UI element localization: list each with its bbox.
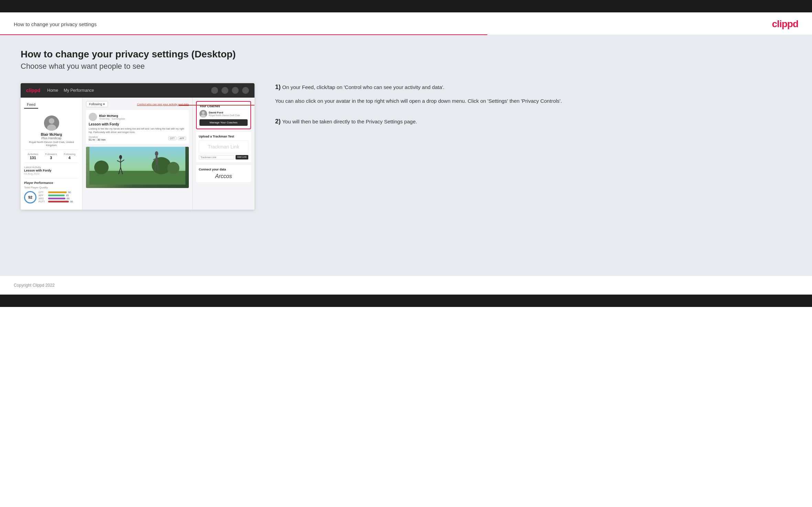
mock-following-label: Following (64, 153, 75, 156)
mock-post-avatar (89, 113, 97, 121)
mock-coach-info: David Ford Royal North Devon Golf Club (209, 111, 240, 117)
mock-bar-arg: ARG 86 (39, 197, 79, 200)
mock-nav-home: Home (47, 88, 58, 93)
mock-post-author: Blair McHarg (99, 114, 125, 118)
page-heading: How to change your privacy settings (Des… (21, 49, 791, 60)
mock-following-val: 4 (64, 156, 75, 160)
mock-bar-app-num: 85 (66, 194, 69, 197)
mock-coaches-section: Your Coaches David Ford (196, 101, 251, 129)
mock-logo-text: clippd (26, 88, 40, 93)
mock-duration-val: 01 hr : 30 min (89, 138, 106, 141)
mock-duration-block: Duration 01 hr : 30 min (89, 136, 106, 141)
mock-feed-tab: Feed (24, 101, 38, 109)
mock-duration-label: Duration (89, 136, 106, 138)
mock-bar-arg-label: ARG (39, 197, 47, 200)
mock-latest-date: 03 Aug 2022 (24, 172, 79, 175)
mock-bar-putt-num: 96 (70, 200, 73, 203)
footer-copyright: Copyright Clippd 2022 (14, 283, 55, 288)
mock-stats: Activities 131 Followers 3 Following 4 (24, 150, 79, 163)
logo: clippd (772, 19, 798, 30)
footer: Copyright Clippd 2022 (0, 276, 812, 295)
mock-user-icon (221, 87, 228, 94)
svg-rect-15 (156, 156, 158, 164)
mock-bars: OTT 90 APP 85 ARG (39, 191, 79, 203)
mock-bar-putt: PUTT 96 (39, 200, 79, 203)
mock-bar-arg-num: 86 (67, 197, 69, 200)
mock-stat-activities: Activities 131 (28, 153, 39, 160)
instruction-step1-text: On your Feed, click/tap on 'Control who … (282, 84, 444, 90)
mock-latest-activity: Latest Activity Lesson with Fordy 03 Aug… (24, 163, 79, 178)
mock-following-btn[interactable]: Following ▾ (86, 101, 108, 107)
mock-post-meta: Yesterday · Sunningdale (99, 118, 125, 120)
mock-coach-avatar (199, 110, 207, 118)
bottom-bar (0, 295, 812, 307)
svg-point-21 (202, 111, 205, 114)
mock-coaches-title: Your Coaches (199, 104, 248, 108)
mock-followers-label: Followers (45, 153, 57, 156)
mock-perf-label: Player Performance (24, 181, 79, 185)
mock-user-handicap: Plus Handicap (24, 136, 79, 140)
mock-tags: OTT APP (168, 136, 186, 140)
svg-point-5 (94, 161, 109, 174)
mock-bar-ott-fill (48, 191, 67, 193)
mock-user-club: Royal North Devon Golf Club, United King… (24, 141, 79, 147)
instruction-step2: 2) You will then be taken directly to th… (275, 118, 791, 126)
svg-point-14 (155, 151, 158, 156)
mock-bar-ott: OTT 90 (39, 191, 79, 194)
mock-right-panel: Your Coaches David Ford (193, 98, 255, 210)
mock-latest-val: Lesson with Fordy (24, 169, 79, 172)
mock-avatar-area: Blair McHarg Plus Handicap Royal North D… (24, 112, 79, 150)
mock-navbar: clippd Home My Performance (21, 83, 255, 98)
mock-upload-section: Upload a Trackman Test Trackman Link Add… (196, 132, 251, 162)
mock-tpq-row: 92 OTT 90 APP 85 (24, 191, 79, 203)
mock-stat-followers: Followers 3 (45, 153, 57, 160)
mock-bar-app: APP 85 (39, 194, 79, 197)
header: How to change your privacy settings clip… (0, 12, 812, 34)
mock-golf-photo (86, 147, 189, 188)
mock-feed: Following ▾ Control who can see your act… (83, 98, 193, 210)
mock-add-link-btn[interactable]: Add Link (236, 155, 248, 159)
instruction-step1-extra: You can also click on your avatar in the… (275, 97, 791, 105)
mock-post-header: Blair McHarg Yesterday · Sunningdale (89, 113, 186, 121)
mock-coach-name: David Ford (209, 111, 240, 114)
instruction-step2-text: You will then be taken directly to the P… (282, 119, 417, 124)
mock-upload-title: Upload a Trackman Test (199, 135, 248, 138)
mock-post-author-block: Blair McHarg Yesterday · Sunningdale (99, 114, 125, 120)
svg-line-18 (155, 164, 155, 171)
mock-connect-section: Connect your data Arccos (196, 165, 251, 182)
svg-point-7 (167, 162, 180, 174)
mock-control-link[interactable]: Control who can see your activity and da… (137, 103, 189, 106)
page-subheading: Choose what you want people to see (21, 62, 791, 71)
mock-post-desc: Looking to feel like my hands are exitin… (89, 127, 186, 134)
mock-nav-icons (211, 87, 249, 94)
mock-manage-coaches-btn[interactable]: Manage Your Coaches (199, 119, 248, 126)
mock-following-bar: Following ▾ Control who can see your act… (86, 101, 189, 107)
mock-trackman-input[interactable] (199, 155, 234, 159)
main-content: How to change your privacy settings (Des… (0, 35, 812, 276)
mock-connect-title: Connect your data (199, 168, 248, 171)
mock-post-title: Lesson with Fordy (89, 122, 186, 126)
mock-tpq-circle: 92 (24, 191, 36, 203)
mock-bar-app-label: APP (39, 194, 47, 197)
mock-sidebar: Feed Blair McHarg Plus Handicap Royal No… (21, 98, 83, 210)
screenshot-wrapper: clippd Home My Performance Feed (21, 83, 255, 210)
mock-duration-row: Duration 01 hr : 30 min OTT APP (89, 136, 186, 141)
mock-bar-app-fill (48, 195, 65, 196)
mock-post-card: Blair McHarg Yesterday · Sunningdale Les… (86, 110, 189, 144)
instruction-step1-number: 1) (275, 84, 281, 90)
svg-point-1 (49, 118, 54, 124)
mock-player-perf: Player Performance Total Player Quality … (24, 178, 79, 206)
mock-user-name: Blair McHarg (24, 133, 79, 136)
mock-tag-app: APP (178, 136, 186, 140)
mock-avatar-icon (242, 87, 249, 94)
top-bar (0, 0, 812, 12)
mock-nav-performance: My Performance (64, 88, 94, 93)
mock-settings-icon (232, 87, 239, 94)
header-title: How to change your privacy settings (14, 21, 97, 27)
mock-search-icon (211, 87, 218, 94)
instruction-step1: 1) On your Feed, click/tap on 'Control w… (275, 83, 791, 105)
mock-bar-ott-label: OTT (39, 191, 47, 194)
mock-bar-arg-fill (48, 198, 65, 199)
mock-body: Feed Blair McHarg Plus Handicap Royal No… (21, 98, 255, 210)
mock-tag-ott: OTT (168, 136, 176, 140)
